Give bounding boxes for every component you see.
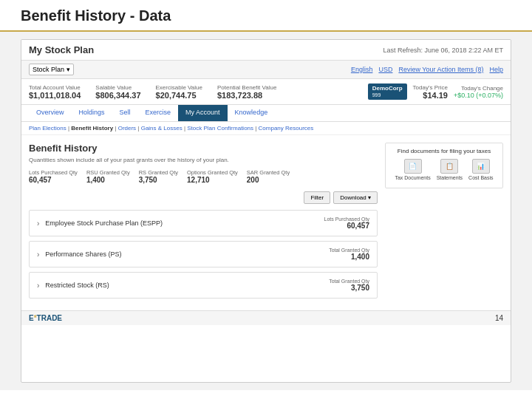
action-buttons: Filter Download ▾: [29, 191, 378, 204]
benefit-history-subtitle: Quantities shown include all of your pas…: [29, 157, 378, 163]
tab-my-account[interactable]: My Account: [178, 105, 228, 121]
company-block: DemoCorp 999 Today's Price $14.19 Today'…: [368, 83, 503, 100]
breadcrumb-confirmations[interactable]: Stock Plan Confirmations: [187, 125, 253, 132]
salable-stat: Salable Value $806,344.37: [95, 84, 140, 100]
filter-button[interactable]: Filter: [304, 191, 330, 204]
qty-rsu-granted: RSU Granted Qty 1,400: [86, 169, 130, 184]
footer-logo: E*TRADE: [29, 314, 62, 322]
breadcrumb-gains-losses[interactable]: Gains & Losses: [141, 125, 183, 132]
expand-icon-espp[interactable]: ›: [37, 219, 39, 228]
controls-bar: Stock Plan ▾ English USD Review Your Act…: [21, 61, 511, 79]
company-logo: DemoCorp 999: [368, 83, 407, 100]
plan-name-ps: Performance Shares (PS): [45, 250, 121, 258]
breadcrumb-company-resources[interactable]: Company Resources: [259, 125, 314, 132]
tab-holdings[interactable]: Holdings: [72, 105, 112, 121]
price-block: Today's Price $14.19: [413, 84, 448, 100]
panel-title: My Stock Plan: [29, 44, 94, 55]
qty-sar-granted: SAR Granted Qty 200: [247, 169, 290, 184]
download-button[interactable]: Download ▾: [333, 191, 378, 204]
tax-box-title: Find documents for filing your taxes: [390, 148, 498, 154]
tab-overview[interactable]: Overview: [29, 105, 72, 121]
plan-row-ps: › Performance Shares (PS) Total Granted …: [29, 241, 378, 267]
statements-icon[interactable]: 📋 Statements: [437, 159, 463, 180]
breadcrumb-benefit-history: Benefit History: [71, 125, 113, 132]
plan-qty-espp: Lots Purchased Qty 60,457: [324, 216, 369, 230]
currency-selector[interactable]: USD: [378, 66, 392, 73]
left-content: Benefit History Quantities shown include…: [29, 143, 378, 303]
tab-knowledge[interactable]: Knowledge: [228, 105, 276, 121]
breadcrumb-orders[interactable]: Orders: [118, 125, 136, 132]
main-content: My Stock Plan Last Refresh: June 06, 201…: [0, 32, 532, 390]
breadcrumb-plan-elections[interactable]: Plan Elections: [29, 125, 66, 132]
content-area: Benefit History Quantities shown include…: [21, 135, 511, 310]
right-controls: English USD Review Your Action Items (8)…: [351, 66, 503, 73]
qty-stats: Lots Purchased Qty 60,457 RSU Granted Qt…: [29, 169, 378, 184]
plan-row-espp: › Employee Stock Purchase Plan (ESPP) Lo…: [29, 210, 378, 236]
benefit-history-title: Benefit History: [29, 143, 378, 154]
tab-sell[interactable]: Sell: [112, 105, 138, 121]
page-header: Benefit History - Data: [0, 0, 532, 32]
panel-meta: Last Refresh: June 06, 2018 2:22 AM ET: [383, 47, 503, 54]
plan-name-espp: Employee Stock Purchase Plan (ESPP): [45, 219, 163, 227]
stock-plan-dropdown[interactable]: Stock Plan ▾: [29, 64, 74, 75]
language-selector[interactable]: English: [351, 66, 373, 73]
plan-qty-ps: Total Granted Qty 1,400: [329, 248, 369, 261]
review-action-items[interactable]: Review Your Action Items (8): [398, 66, 483, 73]
stats-bar: Total Account Value $1,011,018.04 Salabl…: [21, 79, 511, 105]
breadcrumb: Plan Elections | Benefit History | Order…: [21, 122, 511, 135]
tax-box: Find documents for filing your taxes 📄 T…: [385, 143, 503, 188]
expand-icon-rs[interactable]: ›: [37, 282, 39, 290]
plan-row-rs: › Restricted Stock (RS) Total Granted Qt…: [29, 272, 378, 299]
potential-stat: Potential Benefit Value $183,723.88: [217, 84, 276, 100]
total-account-stat: Total Account Value $1,011,018.04: [29, 84, 81, 100]
panel-topbar: My Stock Plan Last Refresh: June 06, 201…: [21, 40, 511, 61]
tax-documents-icon[interactable]: 📄 Tax Documents: [395, 159, 430, 180]
expand-icon-ps[interactable]: ›: [37, 250, 39, 259]
browser-panel: My Stock Plan Last Refresh: June 06, 201…: [21, 39, 511, 383]
tab-exercise[interactable]: Exercise: [138, 105, 179, 121]
change-block: Today's Change +$0.10 (+0.07%): [454, 85, 503, 99]
help-link[interactable]: Help: [489, 66, 503, 73]
qty-lots-purchased: Lots Purchased Qty 60,457: [29, 169, 78, 184]
plan-name-rs: Restricted Stock (RS): [45, 282, 109, 289]
qty-options-granted: Options Granted Qty 12,710: [187, 169, 238, 184]
plan-qty-rs: Total Granted Qty 3,750: [329, 279, 369, 292]
right-content: Find documents for filing your taxes 📄 T…: [385, 143, 503, 303]
tax-icons: 📄 Tax Documents 📋 Statements 📊 Cost Basi…: [390, 159, 498, 180]
qty-rs-granted: RS Granted Qty 3,750: [139, 169, 178, 184]
exercisable-stat: Exercisable Value $20,744.75: [156, 84, 202, 100]
page-title: Benefit History - Data: [21, 7, 171, 24]
page-number: 14: [495, 314, 503, 322]
cost-basis-icon[interactable]: 📊 Cost Basis: [468, 159, 493, 180]
panel-footer: E*TRADE 14: [21, 310, 511, 325]
nav-tabs: Overview Holdings Sell Exercise My Accou…: [21, 105, 511, 122]
